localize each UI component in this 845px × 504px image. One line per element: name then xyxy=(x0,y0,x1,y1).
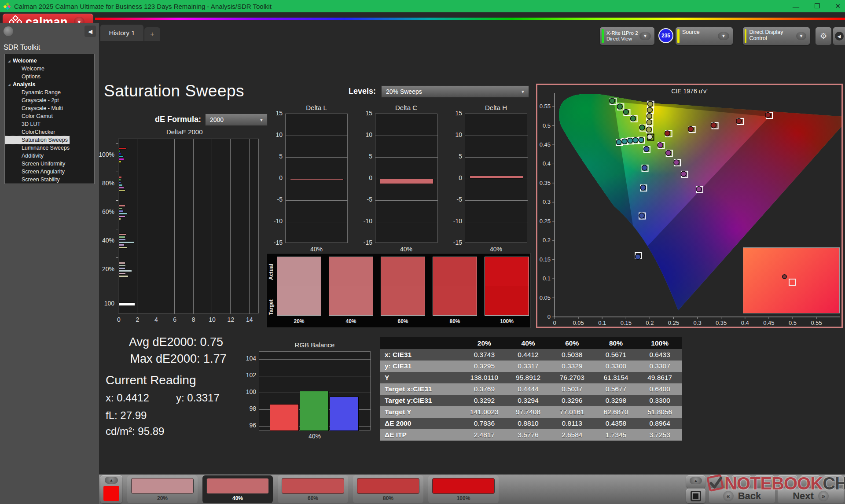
actual-row-label: Actual xyxy=(268,264,274,280)
sidebar-item-saturation-sweeps[interactable]: Saturation Sweeps xyxy=(5,136,70,144)
quick-button-4[interactable] xyxy=(778,475,797,488)
sidebar-item-additivity[interactable]: Additivity xyxy=(5,152,94,160)
sidebar-item-spectral-power-dist-[interactable]: Spectral Power Dist. xyxy=(5,184,94,184)
gridline xyxy=(465,179,528,179)
sidebar-item-screen-uniformity[interactable]: Screen Uniformity xyxy=(5,160,94,168)
cie-measured-cyan xyxy=(628,138,633,143)
close-button[interactable]: ✕ xyxy=(835,2,841,10)
rgb-x-label: 40% xyxy=(259,433,371,440)
gear-icon[interactable]: ⚙ xyxy=(816,27,831,45)
sidebar-item-screen-stability[interactable]: Screen Stability xyxy=(5,176,94,184)
panel-collapse-button[interactable]: ◀ xyxy=(833,27,845,45)
source-status-stripe xyxy=(677,29,680,43)
source-label: Source xyxy=(682,29,700,35)
delta-chart-title: Delta L xyxy=(285,104,348,111)
delta-y-tick: -10 xyxy=(359,217,372,224)
delta-y-tick: -5 xyxy=(269,196,283,203)
chevron-down-icon[interactable]: ▼ xyxy=(796,32,806,40)
cie-measured-cyan xyxy=(639,137,644,143)
quick-button-2[interactable] xyxy=(732,475,751,488)
sidebar-item-3d-lut[interactable]: 3D LUT xyxy=(5,120,94,128)
table-cell: 3.5776 xyxy=(506,431,550,439)
compare-swatch-40% xyxy=(329,257,373,316)
cie-measured-green xyxy=(623,109,628,114)
meter-dropdown[interactable]: X-Rite i1Pro 2 Direct View ▼ xyxy=(600,27,654,45)
source-dropdown[interactable]: Source ▼ xyxy=(676,27,733,45)
pattern-button-60%[interactable]: 60% xyxy=(278,475,348,503)
delta-y-tick: 0 xyxy=(269,174,283,181)
table-cell: 0.6433 xyxy=(638,351,682,359)
pattern-button-80%[interactable]: 80% xyxy=(353,475,423,503)
tree-section-header[interactable]: ◢Welcome xyxy=(5,57,94,65)
pattern-button-100%[interactable]: 100% xyxy=(428,475,499,503)
chevron-down-icon[interactable]: ▼ xyxy=(718,32,729,40)
compare-swatch-80% xyxy=(433,257,477,316)
delta-y-tick: 10 xyxy=(449,131,462,138)
sidebar-collapse-button[interactable]: ◀ xyxy=(84,26,96,37)
svg-text:0.45: 0.45 xyxy=(540,141,551,148)
minimize-button[interactable]: — xyxy=(793,3,799,10)
current-pattern-swatch xyxy=(103,486,119,501)
sidebar-item-dynamic-range[interactable]: Dynamic Range xyxy=(5,88,94,96)
stop-button[interactable] xyxy=(686,489,705,503)
sidebar-item-screen-angularity[interactable]: Screen Angularity xyxy=(5,168,94,176)
pattern-label: 20% xyxy=(127,495,198,501)
sidebar-item-color-gamut[interactable]: Color Gamut xyxy=(5,112,94,120)
table-cell: 51.8056 xyxy=(638,408,682,416)
deltae-bar-80%-red xyxy=(118,176,122,178)
deltae-bar-80%-green xyxy=(118,179,121,181)
measured-point-icon xyxy=(782,274,787,279)
rgb-y-tick: 96 xyxy=(243,422,256,429)
table-cell: 97.7408 xyxy=(506,408,550,416)
svg-text:0.5: 0.5 xyxy=(543,122,551,129)
current-reading-heading: Current Reading xyxy=(106,373,196,387)
row-label: ΔE ITP xyxy=(380,431,462,439)
pattern-window-button[interactable]: ▲ xyxy=(100,475,122,503)
de-formula-dropdown[interactable]: 2000 ▼ xyxy=(205,114,268,126)
pattern-button-40%[interactable]: 40% xyxy=(202,475,273,503)
sidebar-item-grayscale-multi[interactable]: Grayscale - Multi xyxy=(5,104,94,112)
pattern-chip xyxy=(432,478,495,494)
cie-measured-yellow xyxy=(647,107,652,113)
next-button[interactable]: Next » xyxy=(778,489,844,503)
cie-measured-cyan xyxy=(616,140,621,145)
table-row: Target x:CIE310.37690.44440.50370.56770.… xyxy=(380,383,682,395)
sidebar-item-welcome[interactable]: Welcome xyxy=(5,65,94,73)
table-cell: 95.8912 xyxy=(506,374,550,382)
rgb-y-tick: 102 xyxy=(243,372,256,379)
levels-dropdown[interactable]: 20% Sweeps ▼ xyxy=(381,85,529,98)
display-control-dropdown[interactable]: Direct Display Control ▼ xyxy=(743,27,810,45)
meter-mode: Direct View xyxy=(606,36,638,42)
sidebar-item-colorchecker[interactable]: ColorChecker xyxy=(5,128,94,136)
sidebar-item-options[interactable]: Options xyxy=(5,73,94,81)
quick-button-1[interactable] xyxy=(709,475,728,488)
pattern-button-20%[interactable]: 20% xyxy=(127,475,198,503)
svg-text:0.15: 0.15 xyxy=(540,256,551,263)
deltae-plot-area xyxy=(118,139,259,313)
cie-x-axis-ticks: 00.050.10.150.20.250.30.350.40.450.50.55 xyxy=(553,317,822,326)
chevron-left-icon: ◀ xyxy=(835,32,844,40)
meter-count-badge[interactable]: 235 xyxy=(658,28,673,43)
quick-button-3[interactable] xyxy=(755,475,774,488)
back-button[interactable]: « Back xyxy=(709,489,775,503)
rgb-y-tick: 100 xyxy=(243,388,256,395)
chevron-down-icon[interactable]: ▼ xyxy=(639,32,651,40)
delta-bar-delta-h xyxy=(470,176,523,179)
delta-y-tick: -15 xyxy=(359,239,372,246)
gridline xyxy=(249,139,250,314)
cie-measured-red xyxy=(736,118,742,124)
tab-history-1[interactable]: History 1 xyxy=(100,25,143,41)
quick-button-6[interactable] xyxy=(823,475,843,488)
sidebar-item-luminance-sweeps[interactable]: Luminance Sweeps xyxy=(5,144,94,152)
deltae-bar-100%-green xyxy=(118,150,121,152)
quick-button-5[interactable] xyxy=(801,475,820,488)
expander-icon: ◢ xyxy=(8,59,10,63)
cie-measured-yellow xyxy=(647,114,652,119)
expand-patterns-button[interactable]: ▲ xyxy=(686,475,705,488)
sidebar-dot-button[interactable] xyxy=(4,26,13,36)
tab-add-button[interactable]: + xyxy=(144,27,160,41)
workflow-tree: ◢WelcomeWelcomeOptions◢AnalysisDynamic R… xyxy=(4,54,95,184)
restore-button[interactable]: ❐ xyxy=(814,2,820,10)
tree-section-header[interactable]: ◢Analysis xyxy=(5,81,94,88)
sidebar-item-grayscale-2pt[interactable]: Grayscale - 2pt xyxy=(5,96,94,104)
